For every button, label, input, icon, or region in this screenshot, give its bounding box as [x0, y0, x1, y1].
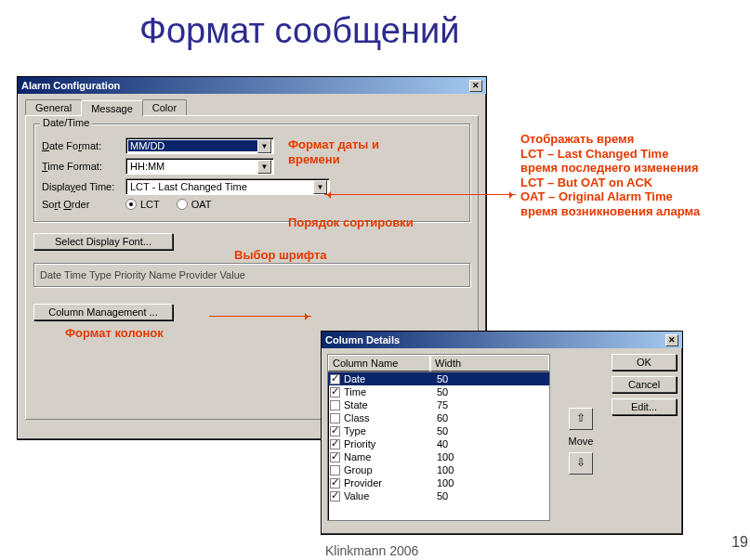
radio-lct-label: LCT: [140, 199, 160, 210]
select-font-button[interactable]: Select Display Font...: [33, 233, 173, 250]
sort-order-label: Sort Order: [42, 199, 125, 210]
checkbox[interactable]: [330, 426, 340, 436]
table-row[interactable]: Date50: [328, 372, 549, 385]
move-controls: ⇧ Move ⇩: [558, 354, 604, 528]
displayed-time-value: LCT - Last Changed Time: [128, 181, 313, 192]
column-list: Column Name Width Date50Time50State75Cla…: [327, 354, 550, 528]
tab-color[interactable]: Color: [142, 99, 187, 115]
titlebar[interactable]: Alarm Configuration ✕: [18, 77, 486, 94]
displayed-time-combo[interactable]: LCT - Last Changed Time ▼: [125, 178, 330, 195]
col-name: Value: [344, 490, 437, 501]
checkbox[interactable]: [330, 491, 340, 501]
anno-displayed-time: Отображать время LCT – Last Changed Time…: [520, 132, 734, 219]
dialog-title: Alarm Configuration: [21, 80, 120, 91]
preview-line: Date Time Type Priority Name Provider Va…: [33, 263, 470, 287]
checkbox[interactable]: [330, 439, 340, 449]
table-row[interactable]: State75: [328, 398, 549, 411]
anno-font-select: Выбор шрифта: [234, 248, 327, 263]
time-format-label: Time Format:: [42, 161, 125, 172]
radio-oat[interactable]: [177, 199, 188, 210]
ok-button[interactable]: OK: [612, 354, 677, 371]
checkbox[interactable]: [330, 400, 340, 410]
table-row[interactable]: Provider100: [328, 476, 549, 489]
table-row[interactable]: Group100: [328, 463, 549, 476]
time-format-combo[interactable]: HH:MM ▼: [125, 158, 274, 175]
col-name: State: [344, 399, 437, 410]
table-row[interactable]: Priority40: [328, 437, 549, 450]
col-width: 60: [437, 412, 547, 423]
checkbox[interactable]: [330, 374, 340, 384]
col-header-width[interactable]: Width: [430, 355, 549, 371]
edit-button[interactable]: Edit...: [612, 398, 677, 415]
displayed-time-label: Displayed Time:: [42, 181, 125, 192]
chevron-down-icon[interactable]: ▼: [257, 160, 271, 174]
anno-column-format: Формат колонок: [65, 326, 164, 341]
anno-arrow: [324, 194, 330, 195]
col-width: 50: [437, 425, 547, 436]
date-format-combo[interactable]: MM/DD ▼: [125, 137, 274, 154]
cancel-button[interactable]: Cancel: [612, 376, 677, 393]
col-header-name[interactable]: Column Name: [328, 355, 430, 371]
col-width: 100: [437, 451, 547, 462]
table-row[interactable]: Value50: [328, 489, 549, 502]
table-row[interactable]: Type50: [328, 424, 549, 437]
datetime-group: Date/Time Date Format: MM/DD ▼ Time Form…: [33, 124, 470, 222]
col-width: 50: [437, 490, 547, 501]
checkbox[interactable]: [330, 465, 340, 475]
close-icon[interactable]: ✕: [469, 80, 482, 92]
column-details-dialog: Column Details ✕ Column Name Width Date5…: [321, 331, 683, 535]
anno-sort-order: Порядок сортировки: [288, 215, 414, 230]
col-name: Name: [344, 451, 437, 462]
anno-arrow: [209, 316, 311, 317]
checkbox[interactable]: [330, 478, 340, 488]
col-width: 40: [437, 438, 547, 449]
col-name: Group: [344, 464, 437, 475]
table-row[interactable]: Class60: [328, 411, 549, 424]
column-management-button[interactable]: Column Management ...: [33, 304, 173, 320]
page-number: 19: [731, 534, 748, 551]
col-name: Time: [344, 386, 437, 397]
col-width: 100: [437, 464, 547, 475]
col-name: Provider: [344, 477, 437, 488]
col-name: Class: [344, 412, 437, 423]
checkbox[interactable]: [330, 452, 340, 462]
table-row[interactable]: Name100: [328, 450, 549, 463]
date-format-label: Date Format:: [42, 140, 125, 151]
tab-general[interactable]: General: [25, 99, 82, 115]
checkbox[interactable]: [330, 413, 340, 423]
col-name: Type: [344, 425, 437, 436]
col-width: 100: [437, 477, 547, 488]
dialog-title: Column Details: [325, 334, 400, 345]
slide-footer: Klinkmann 2006: [325, 543, 418, 558]
time-format-value: HH:MM: [128, 161, 257, 172]
tab-message[interactable]: Message: [81, 100, 143, 116]
col-name: Priority: [344, 438, 437, 449]
date-format-value: MM/DD: [128, 140, 257, 151]
move-down-button[interactable]: ⇩: [569, 452, 593, 475]
tabstrip: General Message Color: [25, 99, 486, 115]
col-name: Date: [344, 373, 437, 384]
titlebar[interactable]: Column Details ✕: [322, 332, 682, 348]
radio-lct[interactable]: [125, 199, 137, 210]
table-row[interactable]: Time50: [328, 385, 549, 398]
move-label: Move: [569, 436, 594, 447]
radio-oat-label: OAT: [191, 199, 212, 210]
col-width: 50: [437, 386, 547, 397]
move-up-button[interactable]: ⇧: [569, 408, 593, 430]
checkbox[interactable]: [330, 387, 340, 397]
close-icon[interactable]: ✕: [665, 334, 678, 346]
anno-arrow: [330, 194, 516, 195]
col-width: 50: [437, 373, 547, 384]
anno-date-format: Формат даты и времени: [288, 137, 390, 166]
chevron-down-icon[interactable]: ▼: [257, 139, 271, 153]
slide-title: Формат сообщений: [139, 11, 459, 51]
column-list-body[interactable]: Date50Time50State75Class60Type50Priority…: [327, 372, 550, 521]
col-width: 75: [437, 399, 547, 410]
group-legend: Date/Time: [40, 117, 92, 128]
